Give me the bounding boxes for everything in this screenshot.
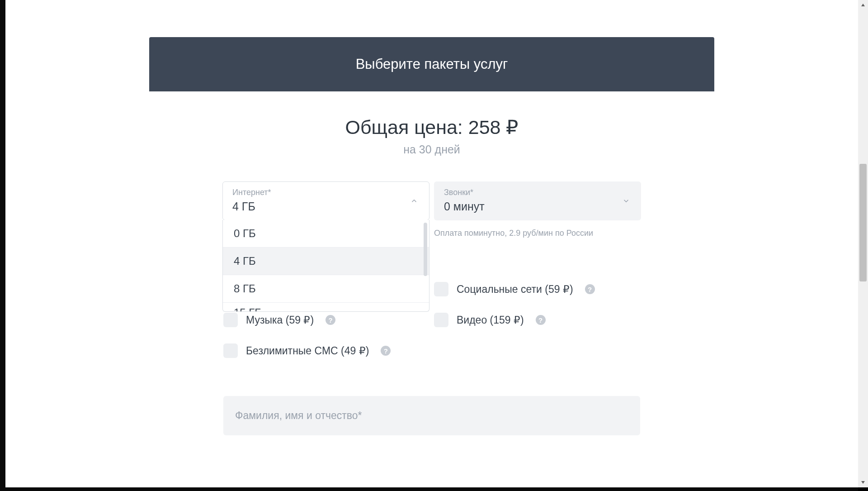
price-period: на 30 дней [149, 143, 714, 156]
calls-select-label: Звонки* [444, 188, 631, 197]
calls-hint: Оплата поминутно, 2.9 руб/мин по России [434, 229, 641, 238]
addon-label: Видео (159 ₽) [457, 314, 524, 326]
internet-option[interactable]: 8 ГБ [223, 275, 429, 303]
dropdown-scrollbar-thumb[interactable] [424, 223, 427, 276]
card-header: Выберите пакеты услуг [149, 37, 714, 91]
internet-option[interactable]: 0 ГБ [223, 220, 429, 248]
plan-card: Выберите пакеты услуг Общая цена: 258 ₽ … [149, 37, 714, 462]
full-name-input[interactable] [223, 396, 640, 435]
scroll-down-button[interactable] [858, 477, 868, 487]
addon-music[interactable]: Музыка (59 ₽) ? [223, 313, 429, 327]
addon-label: Музыка (59 ₽) [246, 314, 314, 326]
calls-select-value: 0 минут [444, 200, 631, 213]
help-icon[interactable]: ? [381, 346, 391, 356]
internet-option[interactable]: 15 ГБ [223, 303, 429, 312]
scroll-up-button[interactable] [858, 0, 868, 10]
total-price: Общая цена: 258 ₽ [149, 116, 714, 138]
price-block: Общая цена: 258 ₽ на 30 дней [149, 91, 714, 161]
checkbox[interactable] [223, 343, 238, 358]
chevron-up-icon [410, 197, 418, 205]
internet-select[interactable]: Интернет* 4 ГБ 0 ГБ 4 ГБ 8 ГБ 15 ГБ [222, 181, 429, 220]
card-title: Выберите пакеты услуг [356, 56, 508, 72]
internet-option[interactable]: 4 ГБ [223, 248, 429, 275]
help-icon[interactable]: ? [536, 315, 546, 325]
chevron-down-icon [622, 197, 630, 205]
page-content: Выберите пакеты услуг Общая цена: 258 ₽ … [5, 0, 858, 487]
svg-marker-0 [861, 4, 865, 6]
checkbox[interactable] [223, 313, 238, 327]
help-icon[interactable]: ? [326, 315, 335, 325]
internet-select-value: 4 ГБ [232, 200, 420, 213]
help-icon[interactable]: ? [585, 284, 595, 294]
svg-marker-1 [861, 481, 865, 484]
addon-sms[interactable]: Безлимитные СМС (49 ₽) ? [223, 343, 429, 358]
calls-select[interactable]: Звонки* 0 минут [434, 181, 641, 220]
addon-video[interactable]: Видео (159 ₽) ? [434, 313, 640, 327]
os-taskbar-edge [5, 487, 858, 491]
page-scrollbar[interactable] [858, 0, 868, 487]
addon-label: Социальные сети (59 ₽) [457, 283, 573, 296]
scroll-thumb[interactable] [859, 164, 867, 281]
addon-social[interactable]: Социальные сети (59 ₽) ? [434, 282, 640, 296]
os-window-edge [0, 0, 5, 491]
checkbox[interactable] [434, 313, 448, 327]
internet-dropdown: 0 ГБ 4 ГБ 8 ГБ 15 ГБ [222, 220, 429, 312]
scroll-track[interactable] [858, 10, 868, 477]
checkbox[interactable] [434, 282, 448, 296]
internet-select-label: Интернет* [232, 188, 420, 197]
addon-label: Безлимитные СМС (49 ₽) [246, 345, 369, 357]
